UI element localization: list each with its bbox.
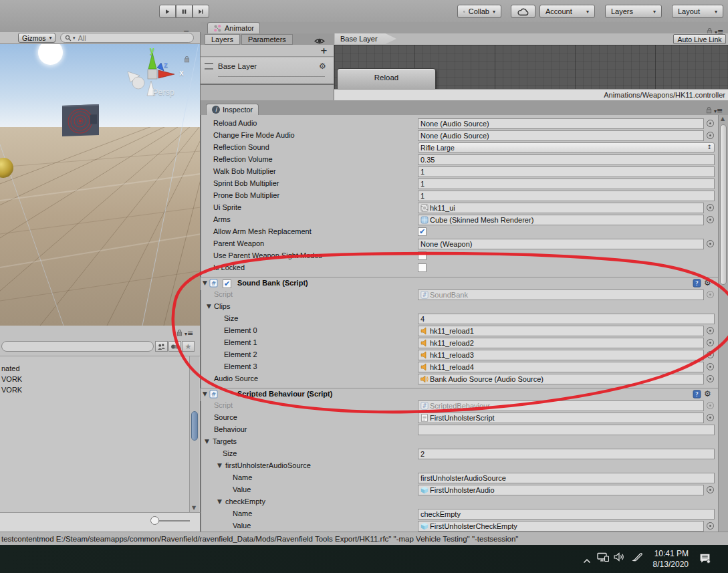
object-picker-icon[interactable] — [707, 327, 714, 334]
foldout-icon[interactable]: ▼ — [217, 462, 222, 469]
axis-cone-z[interactable] — [157, 63, 164, 71]
favorites-button[interactable]: ★ — [182, 341, 195, 352]
element-0-object-field[interactable]: hk11_reload1 — [418, 326, 704, 336]
collab-dropdown[interactable]: Collab ▾ — [457, 5, 501, 18]
step-button[interactable] — [193, 5, 209, 18]
state-node-reload[interactable]: Reload — [337, 68, 436, 89]
object-picker-icon[interactable] — [707, 486, 714, 493]
prone-bob-multiplier-input[interactable]: 1 — [418, 191, 715, 201]
layer-settings-gear-icon[interactable]: ⚙ — [319, 62, 326, 71]
arms-object-field[interactable]: Cube (Skinned Mesh Renderer) — [418, 215, 704, 225]
tab-animator[interactable]: Animator — [207, 22, 260, 33]
gizmos-dropdown[interactable]: Gizmos ▾ — [18, 33, 55, 43]
axis-center-cube[interactable] — [148, 70, 157, 79]
layout-dropdown[interactable]: Layout ▾ — [672, 5, 723, 18]
target1-value-object-field[interactable]: FirstUnholsterCheckEmpty — [418, 521, 704, 532]
layer-weight-slider[interactable] — [218, 76, 325, 77]
notification-center-icon[interactable] — [699, 553, 711, 566]
pause-button[interactable] — [176, 5, 193, 18]
reload-audio-object-field[interactable]: None (Audio Source) — [418, 118, 704, 129]
filter-search-field[interactable] — [1, 341, 154, 352]
help-book-icon[interactable] — [693, 390, 701, 398]
list-scrollbar[interactable]: ▼ — [189, 356, 199, 512]
object-picker-icon[interactable] — [707, 216, 714, 223]
targets-size-input[interactable]: 2 — [418, 449, 715, 459]
list-item[interactable]: nated — [1, 364, 20, 372]
cloud-button[interactable] — [511, 5, 535, 18]
row-target1-foldout[interactable]: ▼ checkEmpty — [201, 496, 728, 508]
target0-name-input[interactable]: firstUnholsterAudioSource — [418, 473, 715, 483]
persp-label[interactable]: Persp — [152, 88, 174, 97]
axis-cone-y[interactable] — [148, 53, 156, 69]
object-picker-icon[interactable] — [707, 414, 714, 421]
scroll-up-arrow[interactable]: ▲ — [721, 116, 725, 122]
zoom-slider-knob[interactable] — [150, 516, 159, 525]
object-picker-icon[interactable] — [707, 351, 714, 358]
layers-dropdown[interactable]: Layers ▾ — [605, 5, 662, 18]
object-picker-icon[interactable] — [707, 363, 714, 370]
tab-layers[interactable]: Layers — [205, 34, 240, 45]
scene-search-field[interactable]: ▾ — [60, 33, 194, 43]
row-clips-foldout[interactable]: ▼ Clips — [201, 301, 728, 313]
scrollbar-thumb[interactable] — [720, 124, 727, 285]
object-picker-icon[interactable] — [707, 120, 714, 127]
scene-view[interactable]: y z x Persp — [0, 44, 201, 326]
change-fire-mode-audio-object-field[interactable]: None (Audio Source) — [418, 130, 704, 141]
layer-drag-handle[interactable] — [205, 63, 213, 70]
layer-item-base-layer[interactable]: Base Layer ⚙ — [201, 58, 334, 85]
audio-source-object-field[interactable]: Bank Audio Source (Audio Source) — [418, 374, 704, 384]
add-layer-button[interactable]: + — [320, 45, 328, 55]
component-gear-icon[interactable]: ⚙ — [704, 389, 711, 398]
scripted-behaviour-header[interactable]: ▼ Scripted Behaviour (Script) ⚙ — [201, 388, 728, 401]
clips-size-input[interactable]: 4 — [418, 314, 715, 324]
element-1-object-field[interactable]: hk11_reload2 — [418, 338, 704, 348]
object-picker-icon[interactable] — [707, 132, 714, 139]
is-locked-checkbox[interactable] — [418, 263, 427, 272]
walk-bob-multiplier-input[interactable]: 1 — [418, 166, 715, 177]
object-picker-icon[interactable] — [707, 339, 714, 346]
row-target0-foldout[interactable]: ▼ firstUnholsterAudioSource — [201, 460, 728, 472]
play-button[interactable] — [159, 5, 176, 18]
breadcrumb-base-layer[interactable]: Base Layer — [335, 33, 396, 44]
target1-name-input[interactable]: checkEmpty — [418, 509, 715, 520]
element-3-object-field[interactable]: hk11_reload4 — [418, 362, 704, 372]
object-picker-icon[interactable] — [707, 375, 714, 382]
component-gear-icon[interactable]: ⚙ — [704, 278, 711, 288]
scroll-down-arrow[interactable]: ▼ — [192, 505, 196, 511]
scrollbar-thumb[interactable] — [191, 411, 198, 441]
inspector-panel-menu-icon[interactable]: ▾≡ — [714, 104, 722, 116]
use-parent-sight-checkbox[interactable] — [418, 251, 427, 260]
element-2-object-field[interactable]: hk11_reload3 — [418, 350, 704, 360]
object-picker-icon[interactable] — [707, 522, 714, 530]
help-book-icon[interactable] — [693, 279, 701, 288]
search-filter-arrow-icon[interactable]: ▾ — [73, 35, 76, 41]
reflection-sound-enum-dropdown[interactable]: Rifle Large↕ — [418, 142, 715, 153]
list-item[interactable]: VORK — [1, 386, 22, 394]
tray-chevron-icon[interactable] — [583, 554, 591, 566]
tray-volume-icon[interactable] — [614, 552, 626, 564]
tray-pen-icon[interactable] — [632, 552, 642, 564]
people-filter-button[interactable] — [155, 341, 168, 352]
object-picker-icon[interactable] — [707, 240, 714, 247]
foldout-icon[interactable]: ▼ — [217, 498, 222, 505]
parent-weapon-object-field[interactable]: None (Weapon) — [418, 239, 704, 249]
ui-sprite-object-field[interactable]: hk11_ui — [418, 203, 704, 213]
sprint-bob-multiplier-input[interactable]: 1 — [418, 179, 715, 189]
scene-lock-icon[interactable] — [183, 53, 191, 66]
target-cube[interactable] — [62, 104, 99, 136]
scene-search-input[interactable] — [77, 33, 180, 43]
axis-sphere-white[interactable] — [132, 77, 144, 89]
foldout-icon[interactable]: ▼ — [203, 279, 207, 286]
zoom-slider-track[interactable] — [159, 520, 190, 522]
behaviour-input[interactable] — [418, 425, 715, 435]
account-dropdown[interactable]: Account ▾ — [539, 5, 595, 18]
list-item[interactable]: VORK — [1, 375, 22, 383]
component-enabled-checkbox[interactable]: ✔ — [223, 279, 231, 288]
foldout-icon[interactable]: ▼ — [205, 438, 209, 445]
target0-value-object-field[interactable]: FirstUnholsterAudio — [418, 485, 704, 495]
allow-arm-mesh-checkbox[interactable]: ✔ — [418, 227, 427, 236]
editor-status-bar[interactable]: testcontentmod E:/Steam/steamapps/common… — [0, 532, 728, 545]
foldout-icon[interactable]: ▼ — [207, 303, 211, 310]
reflection-volume-input[interactable]: 0.35 — [418, 154, 715, 165]
taskbar-clock[interactable]: 10:41 PM 8/13/2020 — [642, 548, 689, 570]
